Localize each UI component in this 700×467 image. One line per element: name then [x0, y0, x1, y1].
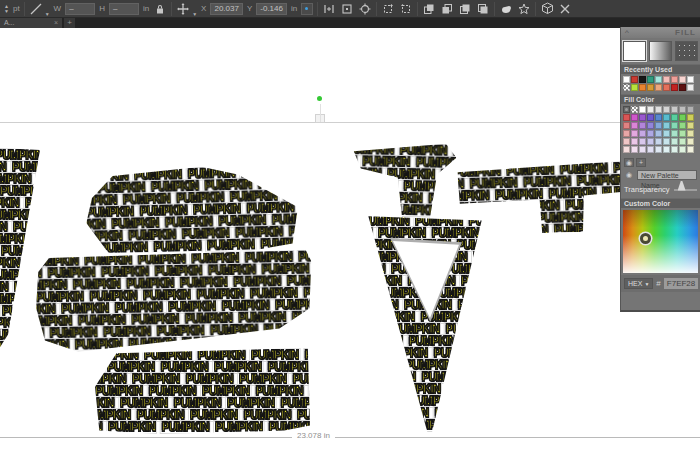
tab-close-icon[interactable]: × — [54, 18, 58, 28]
color-swatch[interactable] — [647, 114, 654, 121]
color-swatch[interactable] — [655, 122, 662, 129]
color-swatch[interactable] — [623, 114, 630, 121]
color-swatch[interactable] — [671, 122, 678, 129]
move-position-icon[interactable] — [176, 2, 190, 16]
color-swatch[interactable] — [623, 138, 630, 145]
solid-fill-swatch[interactable] — [623, 41, 646, 61]
unit-dropdown[interactable] — [301, 3, 313, 15]
color-swatch[interactable] — [671, 138, 678, 145]
color-swatch[interactable] — [663, 76, 670, 83]
star-icon[interactable] — [517, 2, 531, 16]
color-swatch[interactable] — [663, 138, 670, 145]
color-swatch[interactable] — [655, 84, 662, 91]
color-swatch[interactable] — [655, 76, 662, 83]
size-stepper[interactable]: ▲▼ — [4, 4, 9, 14]
stencil-shape-mouth-top[interactable]: PUMPKINPUMPKINPUMPKINPUMPKINPUMPKINPUMPK… — [35, 250, 313, 353]
color-swatch[interactable] — [679, 122, 686, 129]
stencil-shape-eye[interactable]: PUMPKINPUMPKINPUMPKINPUMPKINPUMPKINPUMPK… — [85, 164, 299, 256]
color-swatch[interactable] — [679, 146, 686, 153]
color-swatch[interactable] — [655, 130, 662, 137]
color-swatch[interactable] — [687, 84, 694, 91]
order-backward-icon[interactable] — [476, 2, 490, 16]
color-swatch[interactable] — [631, 114, 638, 121]
width-field[interactable]: – — [65, 3, 95, 15]
color-swatch[interactable] — [679, 76, 686, 83]
color-swatch[interactable] — [663, 130, 670, 137]
color-swatch[interactable] — [623, 106, 630, 113]
color-swatch[interactable] — [631, 130, 638, 137]
gradient-fill-swatch[interactable] — [649, 41, 672, 61]
new-tab-button[interactable]: + — [64, 18, 75, 28]
lock-icon[interactable] — [153, 2, 167, 16]
rotate-left-icon[interactable] — [381, 2, 395, 16]
color-swatch[interactable] — [623, 146, 630, 153]
color-swatch[interactable] — [679, 106, 686, 113]
color-swatch[interactable] — [687, 146, 694, 153]
color-swatch[interactable] — [631, 138, 638, 145]
color-swatch[interactable] — [639, 106, 646, 113]
color-swatch[interactable] — [655, 114, 662, 121]
color-swatch[interactable] — [671, 146, 678, 153]
distribute-icon[interactable] — [322, 2, 336, 16]
y-position-field[interactable]: -0.146 — [256, 3, 287, 15]
x-position-field[interactable]: 20.037 — [210, 3, 242, 15]
shape-blob-icon[interactable] — [499, 2, 513, 16]
color-swatch[interactable] — [623, 84, 630, 91]
collapse-chevron-icon[interactable]: ^ — [625, 28, 629, 37]
color-swatch[interactable] — [647, 122, 654, 129]
node-green-dot[interactable] — [317, 96, 322, 101]
color-swatch[interactable] — [671, 106, 678, 113]
color-swatch[interactable] — [639, 122, 646, 129]
rotate-right-icon[interactable] — [399, 2, 413, 16]
color-swatch[interactable] — [655, 106, 662, 113]
fill-panel-header[interactable]: ^ FILL — [621, 27, 700, 38]
palette-eyedropper-icon[interactable]: ◉ — [624, 171, 634, 180]
color-swatch[interactable] — [647, 138, 654, 145]
hex-mode-dropdown[interactable]: HEX ▼ — [624, 278, 653, 289]
height-field[interactable]: – — [109, 3, 139, 15]
transparency-slider[interactable] — [674, 189, 697, 191]
stencil-shape-left-wedge[interactable]: PUMPKINPUMPKINPUMPKINPUMPKINPUMPKINPUMPK… — [0, 148, 40, 360]
color-swatch[interactable] — [671, 84, 678, 91]
color-swatch[interactable] — [687, 138, 694, 145]
color-swatch[interactable] — [647, 84, 654, 91]
color-swatch[interactable] — [663, 122, 670, 129]
color-swatch[interactable] — [655, 146, 662, 153]
stencil-shape-mouth-bottom[interactable]: PUMPKINPUMPKINPUMPKINPUMPKINPUMPKINPUMPK… — [95, 348, 310, 434]
color-spectrum-picker[interactable] — [623, 210, 698, 273]
color-swatch[interactable] — [623, 76, 630, 83]
stencil-shape-bar[interactable]: PUMPKINPUMPKINPUMPKINPUMPKINPUMPKINPUMPK… — [457, 161, 629, 235]
stencil-shape-stem[interactable]: PUMPKINPUMPKINPUMPKINPUMPKINPUMPKINPUMPK… — [349, 142, 456, 221]
delete-x-icon[interactable] — [558, 2, 572, 16]
pattern-fill-swatch[interactable] — [675, 41, 698, 61]
order-forward-icon[interactable] — [458, 2, 472, 16]
color-swatch[interactable] — [687, 130, 694, 137]
color-swatch[interactable] — [663, 114, 670, 121]
color-swatch[interactable] — [647, 106, 654, 113]
align-box-icon[interactable] — [340, 2, 354, 16]
palette-name-input[interactable]: New Palette Name — [637, 170, 697, 180]
color-swatch[interactable] — [687, 114, 694, 121]
eyedropper-icon[interactable]: ◉ — [624, 158, 634, 167]
color-swatch[interactable] — [631, 146, 638, 153]
color-swatch[interactable] — [623, 122, 630, 129]
color-swatch[interactable] — [631, 76, 638, 83]
line-tool-icon[interactable] — [29, 2, 43, 16]
color-swatch[interactable] — [639, 76, 646, 83]
color-swatch[interactable] — [687, 106, 694, 113]
color-swatch[interactable] — [671, 76, 678, 83]
color-swatch[interactable] — [671, 114, 678, 121]
color-swatch[interactable] — [639, 130, 646, 137]
stencil-shape-nose-triangle[interactable]: PUMPKINPUMPKINPUMPKINPUMPKINPUMPKINPUMPK… — [366, 214, 484, 432]
hex-value-field[interactable]: F7EF28 — [664, 278, 698, 289]
3d-box-icon[interactable] — [540, 2, 554, 16]
color-swatch[interactable] — [639, 114, 646, 121]
color-swatch[interactable] — [647, 146, 654, 153]
color-swatch[interactable] — [631, 106, 638, 113]
canvas[interactable]: PUMPKINPUMPKINPUMPKINPUMPKINPUMPKINPUMPK… — [0, 28, 700, 467]
color-swatch[interactable] — [655, 138, 662, 145]
document-tab[interactable]: A... × — [0, 18, 62, 28]
color-swatch[interactable] — [639, 138, 646, 145]
target-center-icon[interactable] — [358, 2, 372, 16]
order-to-front-icon[interactable] — [422, 2, 436, 16]
